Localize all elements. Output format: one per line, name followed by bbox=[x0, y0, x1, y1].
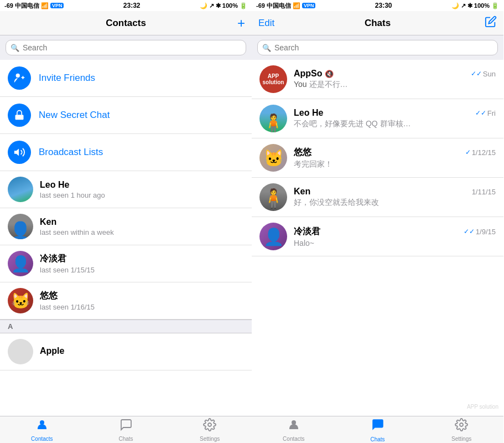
contact-status-leo: last seen 1 hour ago bbox=[40, 191, 244, 199]
left-tab-contacts[interactable]: Contacts bbox=[0, 416, 84, 443]
chats-list: APPsolution AppSo 🔇 ✓✓ Sun You 还是不行… bbox=[252, 60, 503, 416]
chat-name-leo: Leo He bbox=[294, 108, 323, 118]
apple-item[interactable]: Apple bbox=[0, 333, 252, 370]
wifi-icon: 📶 bbox=[41, 2, 49, 9]
left-status-bar: -69 中国电信 📶 VPN 23:32 🌙 ↗ ✱ 100% 🔋 bbox=[0, 0, 252, 11]
chats-nav-bar: Edit Chats bbox=[252, 11, 503, 35]
chat-time-leo: ✓✓ Fri bbox=[475, 109, 496, 117]
contacts-title: Contacts bbox=[106, 18, 146, 29]
contacts-nav-bar: Contacts + bbox=[0, 11, 252, 35]
contact-info-leng: 冷淡君 last seen 1/15/15 bbox=[40, 253, 244, 274]
contact-info-youyou: 悠悠 last seen 1/16/15 bbox=[40, 290, 244, 311]
search-icon: 🔍 bbox=[11, 44, 19, 52]
contacts-search-bar[interactable]: 🔍 bbox=[6, 40, 246, 55]
bluetooth-icon: ✱ bbox=[216, 2, 221, 9]
chat-name-youyou: 悠悠 bbox=[294, 147, 311, 158]
broadcast-icon bbox=[8, 141, 31, 164]
broadcast-lists-item[interactable]: Broadcast Lists bbox=[0, 134, 252, 171]
chat-header-youyou: 悠悠 ✓ 1/12/15 bbox=[294, 147, 496, 158]
chat-preview-youyou: 考完回家！ bbox=[294, 159, 449, 169]
right-tab-settings[interactable]: Settings bbox=[419, 416, 503, 443]
svg-rect-3 bbox=[15, 115, 24, 120]
right-vpn-badge: VPN bbox=[302, 3, 316, 8]
contact-item-ken[interactable]: 👤 Ken last seen within a week bbox=[0, 208, 252, 245]
chat-body-youyou: 悠悠 ✓ 1/12/15 考完回家！ bbox=[294, 147, 496, 169]
chats-search-input[interactable] bbox=[274, 43, 493, 52]
chat-time-ken: 1/11/15 bbox=[472, 188, 496, 196]
chats-search-icon: 🔍 bbox=[262, 44, 271, 52]
svg-point-0 bbox=[16, 74, 20, 78]
chat-header-leng: 冷淡君 ✓✓ 1/9/15 bbox=[294, 226, 496, 238]
moon-icon: 🌙 bbox=[200, 2, 207, 9]
contact-info-leo: Leo He last seen 1 hour ago bbox=[40, 180, 244, 199]
right-tab-chats-label: Chats bbox=[370, 436, 385, 442]
chat-body-ken: Ken 1/11/15 好，你没空就丢给我来改 bbox=[294, 187, 496, 208]
chat-item-leng[interactable]: 👤 冷淡君 ✓✓ 1/9/15 Halo~ bbox=[252, 217, 503, 256]
right-tab-settings-label: Settings bbox=[451, 436, 471, 442]
battery-text: 100% bbox=[222, 2, 238, 9]
contacts-panel: -69 中国电信 📶 VPN 23:32 🌙 ↗ ✱ 100% 🔋 Contac… bbox=[0, 0, 252, 443]
contacts-tab-icon bbox=[35, 418, 49, 435]
left-tab-settings-label: Settings bbox=[200, 436, 220, 442]
svg-marker-4 bbox=[14, 149, 19, 156]
contact-name-ken: Ken bbox=[40, 217, 244, 227]
edit-button[interactable]: Edit bbox=[258, 18, 274, 29]
chat-body-appso: AppSo 🔇 ✓✓ Sun You 还是不行… bbox=[294, 69, 496, 90]
chat-name-leng: 冷淡君 bbox=[294, 226, 320, 238]
left-tab-chats-label: Chats bbox=[118, 436, 133, 442]
right-tab-bar: Contacts Chats Settings bbox=[252, 416, 503, 443]
contact-item-leng[interactable]: 👤 冷淡君 last seen 1/15/15 bbox=[0, 245, 252, 282]
contacts-list: Invite Friends New Secret Chat Broadc bbox=[0, 60, 252, 416]
right-bluetooth-icon: ✱ bbox=[467, 2, 472, 9]
right-tab-chats[interactable]: Chats bbox=[336, 416, 420, 443]
left-tab-settings[interactable]: Settings bbox=[168, 416, 252, 443]
chat-name-ken: Ken bbox=[294, 187, 310, 197]
apple-avatar bbox=[8, 339, 33, 364]
chat-item-youyou[interactable]: 🐱 悠悠 ✓ 1/12/15 考完回家！ bbox=[252, 138, 503, 178]
chat-preview-leo: 不会吧，好像要先进 QQ 群审核… bbox=[294, 119, 449, 129]
chats-search-bar[interactable]: 🔍 bbox=[257, 40, 498, 55]
chat-body-leng: 冷淡君 ✓✓ 1/9/15 Halo~ bbox=[294, 226, 496, 248]
chats-title: Chats bbox=[365, 18, 391, 29]
new-secret-chat-label: New Secret Chat bbox=[39, 110, 110, 121]
invite-friends-icon bbox=[8, 66, 31, 90]
chat-preview-appso: You 还是不行… bbox=[294, 80, 449, 90]
contact-status-ken: last seen within a week bbox=[40, 228, 244, 236]
watermark: APP solution bbox=[467, 404, 498, 410]
invite-friends-item[interactable]: Invite Friends bbox=[0, 60, 252, 97]
chat-avatar-youyou-right: 🐱 bbox=[259, 144, 287, 172]
chat-time-appso: ✓✓ Sun bbox=[471, 70, 496, 78]
contacts-search-wrap: 🔍 bbox=[0, 35, 252, 60]
mute-icon-appso: 🔇 bbox=[325, 70, 334, 78]
location-icon: ↗ bbox=[209, 2, 214, 9]
right-tab-contacts[interactable]: Contacts bbox=[252, 416, 336, 443]
right-status-bar: -69 中国电信 📶 VPN 23:30 🌙 ↗ ✱ 100% 🔋 bbox=[252, 0, 503, 11]
checkmark-leng: ✓✓ bbox=[464, 228, 475, 235]
chat-name-appso: AppSo 🔇 bbox=[294, 69, 334, 79]
contact-name-leo: Leo He bbox=[40, 180, 244, 190]
chat-preview-leng: Halo~ bbox=[294, 239, 449, 248]
contact-status-youyou: last seen 1/16/15 bbox=[40, 303, 244, 311]
contact-name-leng: 冷淡君 bbox=[40, 253, 244, 265]
chat-avatar-leng-right: 👤 bbox=[259, 223, 287, 250]
compose-button[interactable] bbox=[485, 16, 497, 30]
left-time: 23:32 bbox=[123, 2, 141, 9]
add-contact-button[interactable]: + bbox=[237, 16, 245, 31]
new-secret-chat-item[interactable]: New Secret Chat bbox=[0, 97, 252, 134]
contacts-search-input[interactable] bbox=[23, 43, 241, 52]
contact-item-youyou[interactable]: 🐱 悠悠 last seen 1/16/15 bbox=[0, 282, 252, 320]
left-tab-chats[interactable]: Chats bbox=[84, 416, 168, 443]
left-tab-contacts-label: Contacts bbox=[31, 436, 53, 442]
contact-item-leo[interactable]: Leo He last seen 1 hour ago bbox=[0, 171, 252, 208]
battery-icon: 🔋 bbox=[240, 2, 247, 9]
chat-header-leo: Leo He ✓✓ Fri bbox=[294, 108, 496, 118]
chat-item-appso[interactable]: APPsolution AppSo 🔇 ✓✓ Sun You 还是不行… bbox=[252, 60, 503, 99]
chat-avatar-leo: 🧍 bbox=[259, 105, 287, 132]
secret-chat-icon bbox=[8, 104, 31, 127]
svg-point-7 bbox=[292, 420, 296, 425]
left-tab-bar: Contacts Chats Settings bbox=[0, 416, 252, 443]
right-battery-icon: 🔋 bbox=[491, 2, 499, 9]
section-header-a: A bbox=[0, 320, 252, 333]
chat-item-leo[interactable]: 🧍 Leo He ✓✓ Fri 不会吧，好像要先进 QQ 群审核… bbox=[252, 99, 503, 138]
chat-item-ken[interactable]: 🧍 Ken 1/11/15 好，你没空就丢给我来改 bbox=[252, 178, 503, 217]
